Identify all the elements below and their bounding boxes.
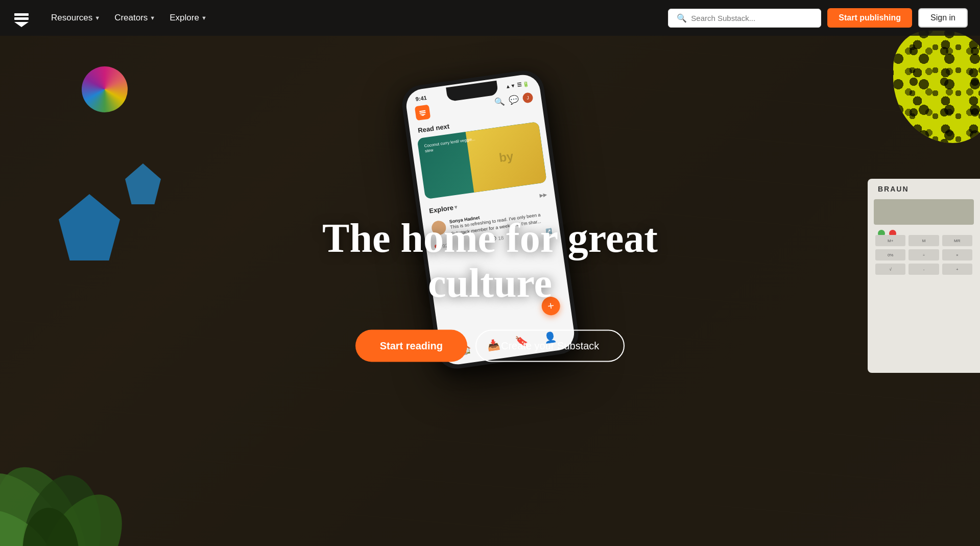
braun-btn-4: 0% [875, 249, 905, 260]
substack-app-icon [414, 105, 431, 121]
nav-explore-label: Explore [170, 13, 199, 23]
phone-app-icons: 🔍 💬 J [493, 92, 533, 107]
braun-btn-3: MR [942, 235, 972, 246]
phone-explore-label: Explore [428, 204, 453, 215]
braun-btn-2: M [909, 235, 939, 246]
create-substack-button[interactable]: Create your Substack [475, 329, 625, 362]
search-input[interactable] [691, 14, 812, 22]
nav-logo[interactable] [12, 9, 31, 27]
swirl-decoration [82, 66, 128, 112]
phone-card-accent: by [465, 122, 546, 193]
svg-rect-8 [14, 13, 29, 16]
nav-links: Resources ▼ Creators ▼ Explore ▼ [45, 9, 664, 27]
braun-btn-1: M+ [875, 235, 905, 246]
start-reading-button[interactable]: Start reading [355, 329, 467, 362]
svg-rect-9 [14, 17, 29, 20]
hero-title-line1: The home for great [322, 215, 658, 260]
nav-explore-chevron: ▼ [201, 15, 207, 21]
nav-resources-label: Resources [51, 13, 92, 23]
phone-explore-count: ▶▶ [539, 192, 546, 198]
nav-item-creators[interactable]: Creators ▼ [108, 9, 161, 27]
hero-content: The home for great culture Start reading… [312, 215, 669, 362]
avatar-icon: J [522, 92, 534, 104]
navigation: Resources ▼ Creators ▼ Explore ▼ 🔍 Start… [0, 0, 980, 36]
search-icon: 🔍 [677, 13, 687, 23]
braun-btn-8: - [909, 264, 939, 275]
braun-screen [874, 199, 974, 225]
braun-btn-6: × [942, 249, 972, 260]
hero-buttons: Start reading Create your Substack [312, 329, 669, 362]
search-box[interactable]: 🔍 [668, 9, 821, 28]
braun-btn-5: ÷ [909, 249, 939, 260]
braun-btn-9: + [942, 264, 972, 275]
chat-icon: 💬 [508, 94, 519, 106]
search-icon: 🔍 [493, 96, 505, 108]
nav-creators-chevron: ▼ [150, 15, 155, 21]
nav-resources-chevron: ▼ [94, 15, 100, 21]
phone-status-icons: ▲▼ ☰ 🔋 [505, 80, 529, 89]
phone-time: 9:41 [415, 94, 426, 102]
nav-creators-label: Creators [114, 13, 148, 23]
nav-item-resources[interactable]: Resources ▼ [45, 9, 106, 27]
braun-device: BRAUN M+ M MR 0% ÷ × √ - + [868, 179, 980, 373]
sign-in-button[interactable]: Sign in [918, 8, 968, 28]
braun-btn-7: √ [875, 264, 905, 275]
hero-title: The home for great culture [312, 215, 669, 305]
plant-decoration [0, 403, 133, 546]
braun-button-grid: M+ M MR 0% ÷ × √ - + [875, 235, 972, 275]
nav-item-explore[interactable]: Explore ▼ [163, 9, 213, 27]
substack-logo-icon [12, 9, 31, 27]
nav-right: 🔍 Start publishing Sign in [668, 8, 968, 28]
svg-rect-7 [419, 112, 425, 114]
svg-rect-6 [419, 110, 425, 112]
start-publishing-button[interactable]: Start publishing [827, 8, 912, 28]
phone-explore-toggle: ▼ [452, 204, 458, 210]
hero-section: BRAUN M+ M MR 0% ÷ × √ - + [0, 0, 980, 546]
spotted-decoration [893, 31, 980, 143]
hero-title-line2: culture [428, 260, 552, 305]
braun-label: BRAUN [878, 185, 909, 193]
